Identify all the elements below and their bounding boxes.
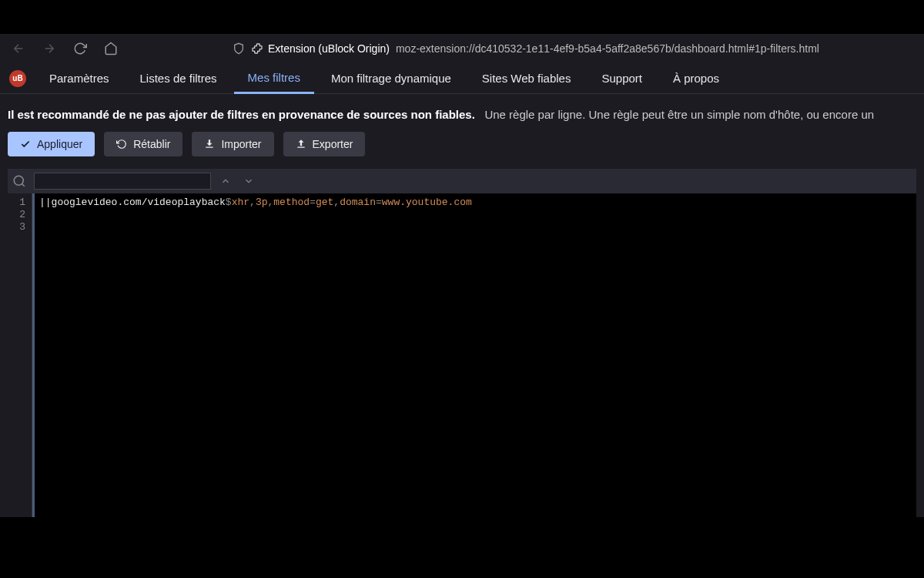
tab-support[interactable]: Support — [588, 63, 656, 94]
tab-mes-filtres[interactable]: Mes filtres — [234, 63, 314, 94]
filter-rule-line: ||googlevideo.com/videoplayback$xhr,3p,m… — [39, 197, 912, 209]
search-row — [8, 169, 916, 193]
ublock-icon: uB — [9, 70, 26, 87]
download-icon — [204, 139, 215, 150]
notice-rest: Une règle par ligne. Une règle peut être… — [484, 108, 874, 121]
line-gutter: 1 2 3 — [8, 193, 32, 517]
search-input[interactable] — [34, 173, 211, 190]
import-label: Importer — [221, 138, 261, 150]
filter-editor[interactable]: 1 2 3 ||googlevideo.com/videoplayback$xh… — [8, 193, 916, 517]
upload-icon — [296, 139, 306, 150]
address-bar[interactable]: Extension (uBlock Origin) moz-extension:… — [225, 37, 915, 60]
dashboard-tabs: uB Paramètres Listes de filtres Mes filt… — [0, 63, 924, 94]
code-area[interactable]: ||googlevideo.com/videoplayback$xhr,3p,m… — [32, 193, 916, 517]
export-label: Exporter — [313, 138, 353, 150]
home-button[interactable] — [102, 39, 120, 58]
import-button[interactable]: Importer — [192, 132, 273, 156]
tab-sites-fiables[interactable]: Sites Web fiables — [468, 63, 585, 94]
shield-icon — [233, 42, 245, 55]
tab-filtrage-dynamique[interactable]: Mon filtrage dynamique — [317, 63, 465, 94]
line-number: 2 — [12, 209, 25, 221]
check-icon — [20, 139, 31, 150]
browser-toolbar: Extension (uBlock Origin) moz-extension:… — [0, 34, 924, 63]
apply-label: Appliquer — [37, 138, 82, 150]
notice-bold: Il est recommandé de ne pas ajouter de f… — [8, 108, 475, 121]
reload-button[interactable] — [71, 39, 89, 58]
extension-label: Extension (uBlock Origin) — [268, 42, 390, 55]
tab-parametres[interactable]: Paramètres — [35, 63, 123, 94]
svg-line-1 — [22, 183, 24, 186]
undo-icon — [116, 139, 127, 150]
search-prev-button[interactable] — [217, 176, 234, 187]
notice-text: Il est recommandé de ne pas ajouter de f… — [8, 103, 916, 132]
revert-label: Rétablir — [133, 138, 170, 150]
search-icon — [12, 174, 28, 188]
search-next-button[interactable] — [240, 176, 257, 187]
forward-button[interactable] — [40, 39, 59, 58]
line-number: 1 — [12, 197, 25, 209]
content-area: Il est recommandé de ne pas ajouter de f… — [0, 94, 924, 517]
tab-listes-filtres[interactable]: Listes de filtres — [126, 63, 231, 94]
line-number: 3 — [12, 221, 25, 234]
back-button[interactable] — [9, 39, 28, 58]
export-button[interactable]: Exporter — [283, 132, 366, 156]
revert-button[interactable]: Rétablir — [104, 132, 182, 156]
action-buttons: Appliquer Rétablir Importer Exporter — [8, 132, 916, 156]
url-text: moz-extension://dc410532-1e11-4ef9-b5a4-… — [396, 42, 819, 55]
extension-badge: Extension (uBlock Origin) — [251, 42, 390, 55]
svg-point-0 — [14, 176, 23, 185]
apply-button[interactable]: Appliquer — [8, 132, 95, 156]
tab-a-propos[interactable]: À propos — [659, 63, 733, 94]
